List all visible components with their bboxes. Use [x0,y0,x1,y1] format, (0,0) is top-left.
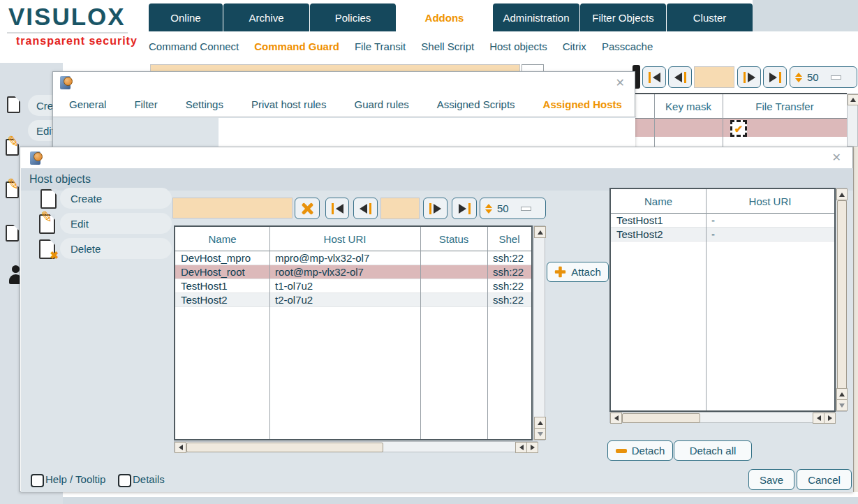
prev-page-button[interactable] [353,198,378,219]
available-hosts-table: Name Host URI Status Shel DevHost_mpromp… [174,225,533,440]
table-row[interactable]: TestHost2- [611,228,834,242]
scroll-left-button[interactable] [175,442,186,453]
bg-selected-row[interactable]: ✔ [634,119,847,137]
edit-label: Edit [71,218,89,230]
assigned-hosts-rows: TestHost1-TestHost2- [611,214,834,242]
create-icon [40,189,57,209]
subnav-command-connect[interactable]: Command Connect [149,40,239,52]
attach-plus-icon [555,267,565,277]
table-row[interactable]: DevHost_rootroot@mp-vlx32-ol7ssh:22 [175,265,531,279]
subnav-passcache[interactable]: Passcache [602,40,653,52]
subnav-host-objects[interactable]: Host objects [489,40,547,52]
column-divider [420,227,421,439]
scrollbar-thumb[interactable] [622,413,700,423]
attach-button[interactable]: Attach [547,262,609,282]
scrollbar-thumb[interactable] [186,443,383,452]
bg-next-page-button[interactable] [737,66,761,88]
file-transfer-checkbox[interactable]: ✔ [730,120,747,137]
assigned-vertical-scrollbar[interactable] [836,188,847,412]
tab-policies[interactable]: Policies [310,3,396,31]
bg-vertical-scrollbar[interactable] [847,94,858,147]
search-input[interactable] [172,198,293,218]
bg-page-field[interactable] [694,66,734,88]
subnav-citrix[interactable]: Citrix [563,40,586,52]
close-icon[interactable]: ✕ [832,152,841,163]
next-page-button[interactable] [423,198,448,219]
detach-all-button[interactable]: Detach all [674,440,752,461]
tab-filter[interactable]: Filter [134,98,157,110]
assigned-horizontal-scrollbar[interactable] [609,412,835,423]
subnav-shell-script[interactable]: Shell Script [421,40,474,52]
tab-general[interactable]: General [69,98,106,110]
arrow-down-icon [538,432,543,436]
available-hosts-rows: DevHost_mprompro@mp-vlx32-ol7ssh:22DevHo… [175,251,531,307]
tab-assigned-hosts[interactable]: Assigned Hosts [543,98,622,110]
tab-cluster[interactable]: Cluster [667,3,753,31]
bg-page-size-spinner[interactable]: 50 [790,66,857,88]
clear-search-button[interactable] [295,198,320,219]
page-scrollbar-sliver[interactable] [853,147,858,492]
table-row[interactable]: TestHost2t2-ol7u2ssh:22 [175,293,531,307]
edit-button[interactable]: Edit [60,213,172,234]
delete-button[interactable]: Delete [60,238,172,259]
bg-page-size-value: 50 [807,71,819,83]
scroll-left-button[interactable] [515,442,527,453]
table-cell: ssh:22 [487,251,531,265]
scroll-right-button[interactable] [526,442,538,453]
tab-administration[interactable]: Administration [493,3,579,31]
bg-last-page-button[interactable] [763,66,787,88]
scroll-left-button[interactable] [610,413,622,424]
bg-first-page-button[interactable] [642,66,666,88]
page-field[interactable] [380,198,420,219]
triangle-right-icon [748,73,755,82]
arrow-up-icon [538,230,543,235]
cancel-button[interactable]: Cancel [797,469,852,490]
available-horizontal-scrollbar[interactable] [174,441,538,452]
close-icon[interactable]: ✕ [616,77,625,89]
bar-glyph [649,72,651,83]
details-checkbox[interactable] [118,474,131,487]
col-shell: Shel [487,233,531,245]
tab-archive[interactable]: Archive [223,3,309,31]
table-row[interactable]: DevHost_mprompro@mp-vlx32-ol7ssh:22 [175,251,531,265]
scroll-right-button[interactable] [824,413,836,424]
save-button[interactable]: Save [748,469,794,490]
guard-dialog-tabs: General Filter Settings Privat host rule… [53,93,622,115]
tab-addons[interactable]: Addons [397,3,492,31]
scrollbar-thumb[interactable] [837,200,847,390]
tab-guard-rules[interactable]: Guard rules [354,98,408,110]
arrow-left-icon [519,445,524,450]
scroll-up-button[interactable] [836,188,848,200]
table-row[interactable]: TestHost1t1-ol7u2ssh:22 [175,279,531,293]
arrow-right-icon [828,415,832,421]
detach-button[interactable]: Detach [607,440,673,461]
column-divider [723,94,723,147]
scroll-up-button[interactable] [848,94,858,105]
table-row[interactable]: TestHost1- [611,214,834,228]
bg-prev-page-button[interactable] [668,66,692,88]
last-page-button[interactable] [452,198,477,219]
scroll-up-button[interactable] [836,388,848,400]
help-tooltip-checkbox[interactable] [31,474,44,487]
subnav-command-guard[interactable]: Command Guard [254,40,339,52]
tab-privat-host-rules[interactable]: Privat host rules [251,98,327,110]
page-size-spinner[interactable]: 50 [480,198,546,219]
scroll-left-button[interactable] [813,413,824,424]
guard-dialog: ✕ General Filter Settings Privat host ru… [52,71,635,156]
scroll-up-button[interactable] [534,226,546,238]
available-hosts-header: Name Host URI Status Shel [175,227,531,251]
scroll-up-button[interactable] [534,417,546,429]
table-cell: - [706,228,834,241]
subnav-file-transit[interactable]: File Transit [355,40,406,52]
tab-online[interactable]: Online [149,3,223,31]
tab-settings[interactable]: Settings [186,98,223,110]
bar-glyph [684,72,686,83]
available-vertical-scrollbar[interactable] [533,225,545,440]
create-button[interactable]: Create [60,188,172,209]
first-page-button[interactable] [325,198,349,219]
scroll-down-button[interactable] [534,428,546,440]
scroll-down-button[interactable] [836,399,848,411]
tab-assigned-scripts[interactable]: Assigned Scripts [437,98,515,110]
tab-filter-objects[interactable]: Filter Objects [580,3,666,31]
save-label: Save [760,474,783,486]
